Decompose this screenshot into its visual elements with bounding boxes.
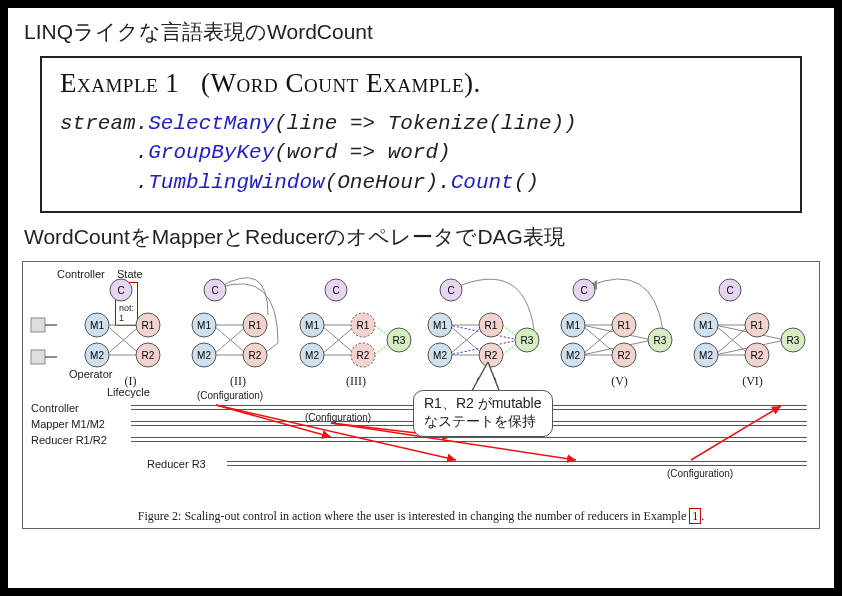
svg-text:M1: M1	[699, 320, 713, 331]
svg-text:M1: M1	[566, 320, 580, 331]
svg-rect-0	[31, 318, 45, 332]
code-args2: (word => word)	[274, 141, 450, 164]
caption-text: Figure 2: Scaling-out control in action …	[138, 509, 690, 523]
dag-2: C M1 M2 R1 R2 (II)	[188, 268, 288, 389]
svg-text:M1: M1	[197, 320, 211, 331]
code-stream: stream	[60, 112, 136, 135]
track-reducer12-label: Reducer R1/R2	[31, 434, 107, 446]
svg-text:C: C	[580, 285, 587, 296]
svg-text:R2: R2	[485, 350, 498, 361]
dag-1: C M1 M2 R1 R2 (I)	[81, 268, 180, 389]
code-tumblingwindow: TumblingWindow	[148, 171, 324, 194]
roman-5: (V)	[557, 374, 682, 389]
track-controller-label: Controller	[31, 402, 79, 414]
svg-text:R1: R1	[142, 320, 155, 331]
svg-text:R1: R1	[485, 320, 498, 331]
svg-text:R1: R1	[751, 320, 764, 331]
figure-2: Controller State be: 2 not: 1 Operator	[22, 261, 820, 529]
svg-text:R3: R3	[521, 335, 534, 346]
svg-text:R2: R2	[142, 350, 155, 361]
callout-bubble: R1、R2 がmutable なステートを保持	[413, 390, 553, 437]
heading-dag: WordCountをMapperとReducerのオペレータでDAG表現	[24, 223, 822, 251]
figure-caption: Figure 2: Scaling-out control in action …	[23, 509, 819, 524]
svg-text:C: C	[726, 285, 733, 296]
roman-2: (II)	[188, 374, 288, 389]
code-groupbykey: GroupByKey	[148, 141, 274, 164]
svg-text:M2: M2	[305, 350, 319, 361]
svg-text:C: C	[117, 285, 124, 296]
example-num: Example 1	[60, 68, 179, 98]
svg-rect-1	[31, 350, 45, 364]
svg-text:C: C	[447, 285, 454, 296]
dag-3: C M1 M2 R1 R2 R3 (III)	[296, 268, 416, 389]
dag-6: C M1 M2 R1 R2 R3 (VI)	[690, 268, 815, 389]
svg-text:R1: R1	[618, 320, 631, 331]
code-args3a: (OneHour)	[325, 171, 438, 194]
svg-text:R2: R2	[249, 350, 262, 361]
svg-line-111	[691, 406, 781, 460]
caption-ref: 1	[689, 508, 701, 524]
svg-text:M1: M1	[90, 320, 104, 331]
dag-5: C M1 M2 R1 R2 R3 (V)	[557, 268, 682, 389]
svg-text:M1: M1	[433, 320, 447, 331]
svg-text:C: C	[211, 285, 218, 296]
svg-text:M2: M2	[90, 350, 104, 361]
svg-text:C: C	[332, 285, 339, 296]
svg-text:M2: M2	[699, 350, 713, 361]
svg-text:M2: M2	[433, 350, 447, 361]
code-args3b: ()	[514, 171, 539, 194]
dag-row: Controller State be: 2 not: 1 Operator	[27, 268, 815, 388]
example-desc: (Word Count Example).	[201, 68, 481, 98]
svg-text:R2: R2	[751, 350, 764, 361]
svg-text:M2: M2	[197, 350, 211, 361]
code-args1: (line => Tokenize(line))	[274, 112, 576, 135]
svg-text:R3: R3	[787, 335, 800, 346]
code-lines: stream.SelectMany(line => Tokenize(line)…	[60, 109, 782, 197]
svg-text:R2: R2	[357, 350, 370, 361]
svg-text:R1: R1	[357, 320, 370, 331]
roman-6: (VI)	[690, 374, 815, 389]
heading-linq: LINQライクな言語表現のWordCount	[24, 18, 822, 46]
code-count: Count	[451, 171, 514, 194]
roman-3: (III)	[296, 374, 416, 389]
svg-text:M1: M1	[305, 320, 319, 331]
svg-text:R1: R1	[249, 320, 262, 331]
track-mapper-label: Mapper M1/M2	[31, 418, 105, 430]
caption-suffix: .	[701, 509, 704, 523]
svg-line-107	[216, 405, 331, 437]
svg-text:R2: R2	[618, 350, 631, 361]
svg-text:R3: R3	[393, 335, 406, 346]
example-code-block: Example 1 (Word Count Example). stream.S…	[40, 56, 802, 213]
example-title: Example 1 (Word Count Example).	[60, 68, 782, 99]
svg-text:R3: R3	[654, 335, 667, 346]
code-selectmany: SelectMany	[148, 112, 274, 135]
svg-text:M2: M2	[566, 350, 580, 361]
